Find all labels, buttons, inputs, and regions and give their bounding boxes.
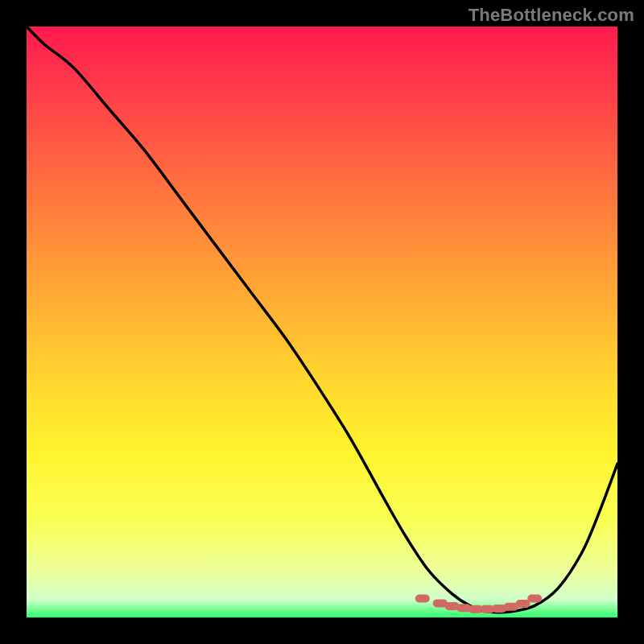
watermark-text: TheBottleneck.com [469,5,634,26]
bottleneck-curve [27,27,617,613]
chart-svg [27,27,617,617]
optimal-range-markers [415,595,542,613]
optimal-marker [504,603,518,611]
optimal-marker [415,595,430,603]
optimal-marker [527,595,542,603]
optimal-marker [433,599,448,607]
optimal-marker [516,600,530,608]
optimal-marker [492,605,506,613]
optimal-marker [469,605,483,613]
chart-plot-area [27,27,617,617]
optimal-marker [456,604,471,612]
optimal-marker [481,605,495,613]
optimal-marker [444,602,459,610]
chart-frame: TheBottleneck.com [0,0,644,644]
